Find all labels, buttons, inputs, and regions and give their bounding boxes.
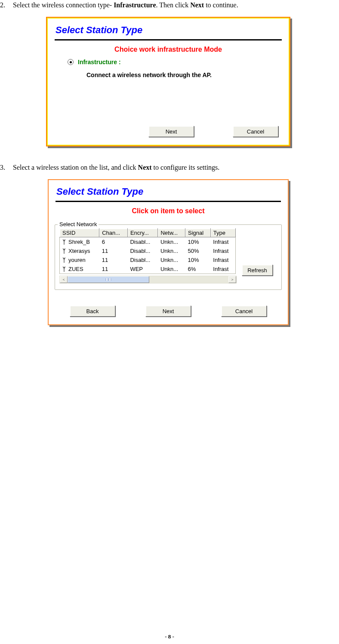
group-legend: Select Network <box>58 221 99 227</box>
step-3-instruction: 3. Select a wireless station on the list… <box>0 164 336 171</box>
cell-signal: 10% <box>185 255 211 264</box>
divider <box>55 39 282 40</box>
antenna-icon <box>62 240 66 245</box>
next-button[interactable]: Next <box>145 305 191 317</box>
radio-infrastructure[interactable]: Infrastructure : <box>48 59 289 65</box>
col-type[interactable]: Type <box>210 229 235 237</box>
page-number: - 8 - <box>0 633 339 640</box>
cell-chan: 11 <box>99 264 128 274</box>
cell-netw: Unkn... <box>158 246 185 255</box>
cell-signal: 6% <box>185 264 211 274</box>
back-button[interactable]: Back <box>70 305 115 317</box>
network-list-table[interactable]: SSID Chan... Encry... Netw... Signal Typ… <box>59 228 236 274</box>
window-title: Select Station Type <box>49 180 288 199</box>
cell-chan: 11 <box>99 246 128 255</box>
cell-signal: 10% <box>185 237 211 247</box>
col-netw[interactable]: Netw... <box>158 229 185 237</box>
scroll-left-button[interactable]: < <box>60 276 68 283</box>
cell-chan: 6 <box>99 237 128 247</box>
cell-ssid: youren <box>60 255 99 264</box>
col-signal[interactable]: Signal <box>185 229 211 237</box>
step-number: 2. <box>0 1 11 9</box>
cancel-button[interactable]: Cancel <box>233 126 278 137</box>
table-row[interactable]: Shrek_B6Disabl...Unkn...10%Infrast <box>60 237 236 247</box>
col-encry[interactable]: Encry... <box>127 229 158 237</box>
step-2-instruction: 2. Select the wireless connection type- … <box>0 1 336 9</box>
cell-ssid: Xterasys <box>60 246 99 255</box>
divider <box>55 201 281 202</box>
antenna-icon <box>62 267 66 272</box>
table-row[interactable]: Xterasys11Disabl...Unkn...50%Infrast <box>60 246 236 255</box>
select-network-group: Select Network SSID Chan... Encry... Net… <box>55 224 282 290</box>
table-row[interactable]: youren11Disabl...Unkn...10%Infrast <box>60 255 236 264</box>
screenshot-select-station-type-2: Select Station Type Click on item to sel… <box>48 179 289 325</box>
cell-netw: Unkn... <box>158 237 185 247</box>
radio-description: Connect a wireless network through the A… <box>48 65 289 78</box>
horizontal-scrollbar[interactable]: < > <box>59 276 237 283</box>
scroll-right-button[interactable]: > <box>228 276 236 283</box>
next-button[interactable]: Next <box>148 126 194 137</box>
step-number: 3. <box>0 164 11 171</box>
scroll-thumb[interactable] <box>68 276 149 283</box>
col-ssid[interactable]: SSID <box>60 229 99 237</box>
cell-chan: 11 <box>99 255 128 264</box>
scroll-track[interactable] <box>68 276 228 283</box>
cell-encry: Disabl... <box>127 246 158 255</box>
cancel-button[interactable]: Cancel <box>221 305 267 317</box>
subtitle: Click on item to select <box>49 206 288 220</box>
cell-type: Infrast <box>210 255 235 264</box>
radio-icon <box>68 59 74 65</box>
antenna-icon <box>62 258 66 263</box>
cell-netw: Unkn... <box>158 264 185 274</box>
cell-type: Infrast <box>210 246 235 255</box>
antenna-icon <box>62 249 66 254</box>
screenshot-select-station-type-1: Select Station Type Choice work infrastr… <box>46 17 290 146</box>
cell-ssid: ZUES <box>60 264 99 274</box>
cell-ssid: Shrek_B <box>60 237 99 247</box>
cell-type: Infrast <box>210 264 235 274</box>
cell-netw: Unkn... <box>158 255 185 264</box>
cell-encry: Disabl... <box>127 255 158 264</box>
window-title: Select Station Type <box>48 19 289 37</box>
cell-encry: Disabl... <box>127 237 158 247</box>
subtitle: Choice work infrastructure Mode <box>48 45 289 59</box>
cell-encry: WEP <box>127 264 158 274</box>
cell-type: Infrast <box>210 237 235 247</box>
refresh-button[interactable]: Refresh <box>242 264 273 276</box>
col-chan[interactable]: Chan... <box>99 229 128 237</box>
cell-signal: 50% <box>185 246 211 255</box>
table-row[interactable]: ZUES11WEPUnkn...6%Infrast <box>60 264 236 274</box>
radio-label: Infrastructure : <box>78 59 121 65</box>
table-header-row[interactable]: SSID Chan... Encry... Netw... Signal Typ… <box>60 229 236 237</box>
